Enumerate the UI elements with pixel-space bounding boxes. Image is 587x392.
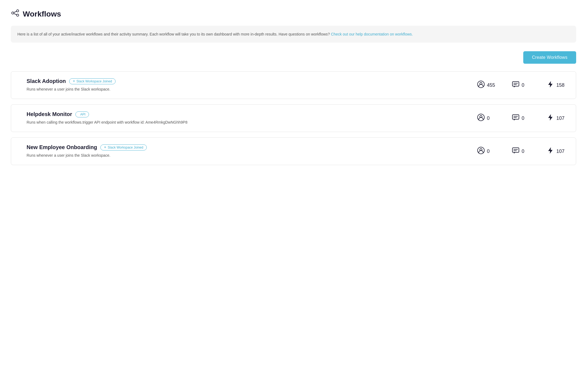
stat-users-value: 455 xyxy=(487,82,495,88)
badge-text: Slack Workspace Joined xyxy=(108,146,143,149)
stat-messages-value: 0 xyxy=(522,149,524,154)
trigger-badge: API xyxy=(75,111,89,117)
stat-lightning-value: 107 xyxy=(556,115,564,121)
workflow-info: New Employee Onboarding ✳ Slack Workspac… xyxy=(27,144,472,158)
info-box-text: Here is a list of all of your active/ina… xyxy=(17,32,331,36)
stat-messages: 0 xyxy=(512,81,534,90)
stat-messages-value: 0 xyxy=(522,115,524,121)
svg-point-0 xyxy=(12,12,14,14)
workflow-card[interactable]: New Employee Onboarding ✳ Slack Workspac… xyxy=(11,137,576,165)
stat-users-value: 0 xyxy=(487,149,490,154)
workflow-stats: 0 0 xyxy=(477,114,568,123)
workflow-name: New Employee Onboarding xyxy=(27,144,97,150)
trigger-badge: ✳ Slack Workspace Joined xyxy=(100,144,147,150)
workflow-description: Runs whenever a user joins the Slack wor… xyxy=(27,86,472,92)
workflow-description: Runs whenever a user joins the Slack wor… xyxy=(27,153,472,158)
workflow-title-row: Slack Adoption ✳ Slack Workspace Joined xyxy=(27,78,472,84)
stat-lightning: 158 xyxy=(547,81,568,90)
workflow-card[interactable]: Slack Adoption ✳ Slack Workspace Joined … xyxy=(11,71,576,99)
lightning-icon xyxy=(547,147,554,156)
svg-line-3 xyxy=(14,11,17,12)
workflow-name: Helpdesk Monitor xyxy=(27,111,72,117)
stat-messages: 0 xyxy=(512,147,534,156)
badge-text: Slack Workspace Joined xyxy=(76,79,112,83)
svg-point-2 xyxy=(17,14,19,16)
svg-marker-16 xyxy=(548,114,553,121)
svg-marker-22 xyxy=(548,147,553,154)
svg-rect-13 xyxy=(512,115,519,119)
stat-users: 0 xyxy=(477,114,499,123)
workflow-list: Slack Adoption ✳ Slack Workspace Joined … xyxy=(11,71,576,165)
toolbar: Create Workflows xyxy=(11,51,576,64)
workflow-description: Runs when calling the workflows.trigger … xyxy=(27,120,472,125)
badge-text: API xyxy=(80,113,85,116)
message-icon xyxy=(512,114,519,123)
workflow-stats: 0 0 xyxy=(477,147,568,156)
workflow-title-row: Helpdesk Monitor API xyxy=(27,111,472,117)
create-workflows-button[interactable]: Create Workflows xyxy=(523,51,576,64)
user-icon xyxy=(477,147,485,156)
workflow-card[interactable]: Helpdesk Monitor API Runs when calling t… xyxy=(11,104,576,132)
stat-users: 455 xyxy=(477,81,499,90)
workflow-info: Slack Adoption ✳ Slack Workspace Joined … xyxy=(27,78,472,92)
stat-messages: 0 xyxy=(512,114,534,123)
info-box: Here is a list of all of your active/ina… xyxy=(11,26,576,43)
lightning-icon xyxy=(547,81,554,90)
stat-users: 0 xyxy=(477,147,499,156)
workflows-icon xyxy=(11,9,20,19)
page-title: Workflows xyxy=(23,10,61,18)
svg-marker-10 xyxy=(548,81,553,88)
badge-icon: ✳ xyxy=(73,79,75,83)
stat-messages-value: 0 xyxy=(522,82,524,88)
workflow-info: Helpdesk Monitor API Runs when calling t… xyxy=(27,111,472,125)
stat-lightning-value: 107 xyxy=(556,149,564,154)
lightning-icon xyxy=(547,114,554,123)
user-icon xyxy=(477,81,485,90)
svg-point-1 xyxy=(17,10,19,12)
user-icon xyxy=(477,114,485,123)
svg-rect-7 xyxy=(512,82,519,86)
stat-users-value: 0 xyxy=(487,115,490,121)
svg-line-4 xyxy=(14,14,17,15)
workflow-name: Slack Adoption xyxy=(27,78,66,84)
workflow-title-row: New Employee Onboarding ✳ Slack Workspac… xyxy=(27,144,472,150)
badge-icon: ✳ xyxy=(104,146,106,149)
workflow-stats: 455 0 xyxy=(477,81,568,90)
trigger-badge: ✳ Slack Workspace Joined xyxy=(69,78,116,84)
svg-rect-19 xyxy=(512,148,519,152)
stat-lightning: 107 xyxy=(547,114,568,123)
message-icon xyxy=(512,81,519,90)
stat-lightning-value: 158 xyxy=(556,82,564,88)
help-docs-link[interactable]: Check out our help documentation on work… xyxy=(331,32,413,36)
message-icon xyxy=(512,147,519,156)
page-header: Workflows xyxy=(11,9,576,19)
stat-lightning: 107 xyxy=(547,147,568,156)
